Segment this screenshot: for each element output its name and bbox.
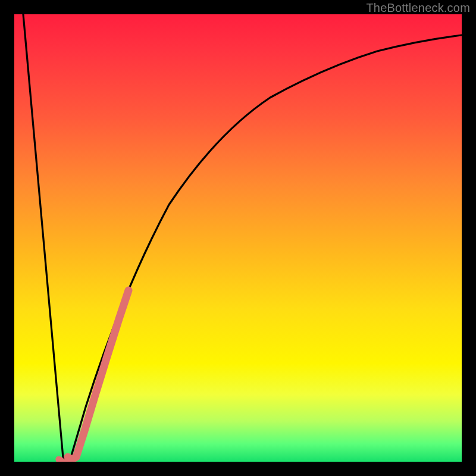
plot-area — [14, 14, 462, 462]
chart-stage: TheBottleneck.com — [0, 0, 476, 476]
main-curve — [23, 14, 462, 461]
plot-svg — [14, 14, 462, 462]
watermark-text: TheBottleneck.com — [366, 1, 470, 15]
